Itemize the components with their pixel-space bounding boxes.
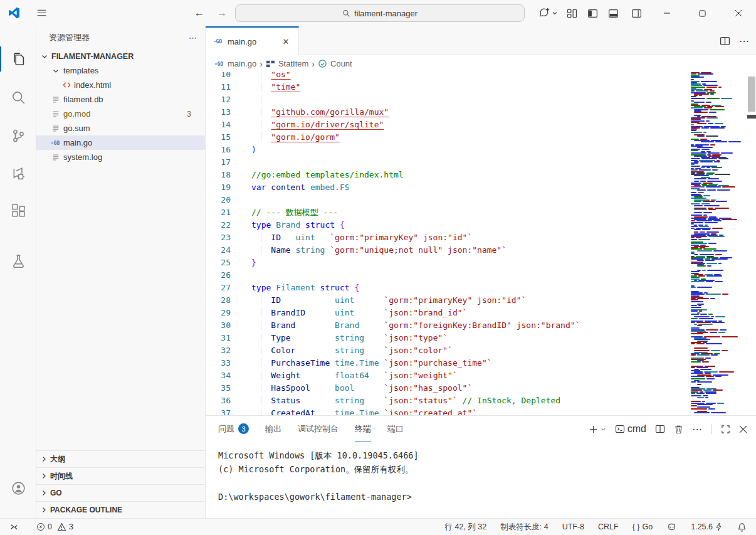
extensions-icon[interactable] — [0, 195, 36, 225]
problems-badge: 3 — [187, 110, 191, 119]
minimap-line — [697, 404, 713, 405]
minimap-line — [694, 178, 719, 179]
workspace-root-label: FILAMENT-MANAGER — [51, 52, 134, 61]
testing-icon[interactable] — [0, 246, 36, 276]
minimap[interactable] — [690, 72, 747, 415]
minimize-button[interactable] — [649, 0, 685, 26]
toggle-secondary-sidebar-icon[interactable] — [624, 0, 649, 26]
tree-file-go.sum[interactable]: go.sum — [36, 121, 205, 135]
toggle-sidebar-icon[interactable] — [582, 0, 603, 26]
menu-icon[interactable] — [36, 8, 47, 18]
line-number: 21 — [206, 206, 231, 219]
error-icon — [36, 522, 45, 531]
code-editor[interactable]: 10 "os"11 "time"12 13 "github.com/gorill… — [206, 72, 756, 415]
cursor-position[interactable]: 行 42, 列 32 — [441, 519, 491, 535]
tree-file-index.html[interactable]: index.html — [36, 78, 205, 92]
panel-tab-端口[interactable]: 端口 — [387, 416, 404, 442]
tab-close-icon[interactable]: ✕ — [280, 35, 292, 48]
copilot-status-icon[interactable] — [662, 519, 681, 535]
line-number: 11 — [206, 81, 231, 93]
code-line-35: 35 HasSpool bool `json:"has_spool"` — [206, 382, 690, 395]
maximize-button[interactable] — [685, 0, 720, 26]
code-line-21: 21// --- 数据模型 --- — [206, 206, 690, 219]
command-center-search[interactable]: filament-manager — [235, 4, 525, 22]
chevron-down-icon — [51, 66, 61, 76]
tree-folder-templates[interactable]: templates — [36, 63, 205, 78]
tree-file-go.mod[interactable]: go.mod3 — [36, 107, 205, 121]
pane-header-GO[interactable]: GO — [36, 484, 206, 501]
panel-tab-终端[interactable]: 终端 — [355, 416, 371, 442]
line-number: 28 — [206, 294, 231, 307]
close-window-button[interactable] — [720, 0, 756, 26]
problems-status[interactable]: 0 3 — [32, 519, 78, 535]
line-number: 35 — [206, 382, 231, 395]
error-count: 0 — [48, 522, 52, 531]
panel-tab-调试控制台[interactable]: 调试控制台 — [298, 416, 339, 442]
code-line-37: 37 CreatedAt time.Time `json:"created_at… — [206, 407, 690, 415]
line-number: 16 — [206, 144, 231, 156]
line-number: 15 — [206, 131, 231, 144]
search-value: filament-manager — [354, 9, 417, 18]
language-mode[interactable]: { } Go — [628, 519, 658, 535]
terminal-output[interactable]: Microsoft Windows [版本 10.0.19045.6466](c… — [206, 442, 756, 519]
breadcrumb-main.go[interactable]: GOmain.go — [214, 59, 256, 69]
tree-file-main.go[interactable]: GOmain.go — [36, 135, 205, 150]
remote-indicator[interactable] — [5, 519, 23, 535]
explorer-more-actions-icon[interactable]: ⋯ — [189, 33, 197, 43]
encoding-status[interactable]: UTF-8 — [558, 519, 589, 535]
explorer-icon[interactable] — [0, 44, 36, 74]
lightning-icon — [715, 522, 722, 531]
new-terminal-icon[interactable] — [589, 425, 606, 434]
account-icon[interactable] — [0, 473, 36, 503]
code-line-27: 27type Filament struct { — [206, 282, 690, 294]
scrollbar-thumb[interactable] — [748, 77, 755, 112]
indentation-status[interactable]: 制表符长度: 4 — [496, 519, 552, 535]
pane-header-大纲[interactable]: 大纲 — [36, 450, 206, 467]
tree-file-system.log[interactable]: system.log — [36, 150, 205, 164]
forward-button[interactable]: → — [214, 6, 229, 21]
split-terminal-icon[interactable] — [655, 424, 665, 434]
close-panel-icon[interactable] — [739, 425, 747, 433]
overview-ruler-marker — [747, 115, 756, 119]
code-line-33: 33 PurchaseTime time.Time `json:"purchas… — [206, 357, 690, 369]
toggle-panel-icon[interactable] — [603, 0, 624, 26]
customize-layout-icon[interactable] — [562, 0, 582, 26]
pane-header-PACKAGE OUTLINE[interactable]: PACKAGE OUTLINE — [36, 501, 206, 518]
panel-tab-输出[interactable]: 输出 — [265, 416, 281, 442]
minimap-line — [691, 222, 718, 223]
workspace-root-row[interactable]: FILAMENT-MANAGER — [36, 49, 205, 63]
notifications-bell-icon[interactable] — [733, 519, 751, 535]
breadcrumb-separator: › — [312, 59, 315, 69]
code-line-24: 24 Name string `gorm:"unique;not null" j… — [206, 244, 690, 257]
source-control-icon[interactable] — [0, 120, 36, 151]
panel-more-actions-icon[interactable]: ⋯ — [692, 423, 703, 435]
terminal-line — [218, 476, 756, 490]
minimap-line — [691, 333, 703, 334]
run-debug-icon[interactable] — [0, 159, 36, 189]
line-number: 19 — [206, 181, 231, 194]
editor-more-actions-icon[interactable]: ⋯ — [739, 35, 750, 47]
code-line-29: 29 BrandID uint `json:"brand_id"` — [206, 307, 690, 319]
terminal-profile-cmd[interactable]: cmd — [615, 423, 646, 435]
tab-main-go[interactable]: GO main.go ✕ — [206, 26, 299, 55]
tree-item-label: templates — [63, 66, 98, 75]
maximize-panel-icon[interactable] — [721, 425, 730, 434]
chevron-right-icon — [39, 454, 49, 464]
editor-scrollbar[interactable] — [747, 72, 756, 415]
copilot-chat-icon[interactable] — [534, 0, 562, 26]
back-button[interactable]: ← — [192, 6, 207, 21]
eol-status[interactable]: CRLF — [594, 519, 623, 535]
kill-terminal-trash-icon[interactable] — [674, 425, 683, 434]
breadcrumb-StatItem[interactable]: StatItem — [266, 59, 308, 68]
pane-header-时间线[interactable]: 时间线 — [36, 467, 206, 484]
sidebar-bottom-panes: 大纲时间线GOPACKAGE OUTLINE — [36, 450, 206, 518]
minimap-line — [697, 325, 702, 326]
panel-tab-问题[interactable]: 问题3 — [218, 416, 249, 442]
split-editor-icon[interactable] — [720, 36, 730, 46]
tree-file-filament.db[interactable]: filament.db — [36, 92, 205, 107]
braces-icon: { } — [633, 522, 640, 531]
breadcrumb-Count[interactable]: Count — [318, 59, 352, 68]
search-sidebar-icon[interactable] — [0, 82, 36, 112]
go-status[interactable]: 1.25.6 — [686, 519, 727, 535]
minimap-line — [691, 263, 722, 264]
